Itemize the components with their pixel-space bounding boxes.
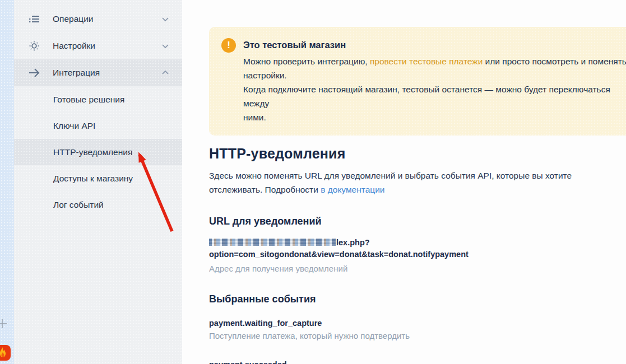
sidebar-item-event-log[interactable]: Лог событий xyxy=(14,192,182,218)
plus-icon xyxy=(0,318,8,332)
redacted-url-part xyxy=(209,239,336,246)
event-item: payment.waiting_for_capture Поступление … xyxy=(209,319,626,340)
sidebar-item-operations[interactable]: Операции xyxy=(14,6,182,32)
url-visible-suffix: lex.php? xyxy=(336,238,370,247)
banner-title: Это тестовый магазин xyxy=(243,36,626,50)
events-section: Выбранные события payment.waiting_for_ca… xyxy=(209,293,626,364)
event-description: Поступление платежа, который нужно подтв… xyxy=(209,331,626,340)
sidebar-subitem-label: Доступы к магазину xyxy=(53,174,133,184)
sidebar-item-settings[interactable]: Настройки xyxy=(14,32,182,59)
sidebar-subitem-label: Лог событий xyxy=(53,200,104,210)
test-shop-banner: ! Это тестовый магазин Можно проверить и… xyxy=(209,27,626,136)
banner-body: Можно проверить интеграцию, провести тес… xyxy=(243,54,626,124)
sidebar-item-label: Интеграция xyxy=(53,68,161,78)
main-content: ! Это тестовый магазин Можно проверить и… xyxy=(182,0,626,364)
sidebar-item-http-notifications[interactable]: HTTP-уведомления xyxy=(14,139,182,165)
event-name: payment.waiting_for_capture xyxy=(209,319,626,328)
documentation-link[interactable]: в документации xyxy=(321,185,384,194)
flame-icon[interactable] xyxy=(0,344,11,363)
chevron-up-icon xyxy=(161,68,170,77)
events-section-heading: Выбранные события xyxy=(209,293,626,305)
sidebar-subitem-label: Ключи API xyxy=(53,121,95,131)
sidebar-subitem-label: HTTP-уведомления xyxy=(53,147,132,157)
sidebar-item-label: Настройки xyxy=(53,41,161,51)
test-payments-link[interactable]: провести тестовые платежи xyxy=(370,57,483,66)
url-line-2: option=com_sitogondonat&view=donat&task=… xyxy=(209,249,626,260)
sidebar-item-integration[interactable]: Интеграция xyxy=(14,59,182,86)
chevron-down-icon xyxy=(161,41,170,50)
url-helper-text: Адрес для получения уведомлений xyxy=(209,263,626,274)
gear-icon xyxy=(27,39,41,53)
url-section-heading: URL для уведомлений xyxy=(209,216,626,227)
sidebar-item-api-keys[interactable]: Ключи API xyxy=(14,113,182,139)
arrow-right-icon xyxy=(27,66,41,80)
banner-text: или просто посмотреть и поменять настрой… xyxy=(243,57,626,122)
url-line-1: lex.php? xyxy=(209,237,626,249)
sidebar-item-label: Операции xyxy=(53,14,161,24)
list-icon xyxy=(27,12,41,26)
page-title: HTTP-уведомления xyxy=(209,146,626,162)
left-blue-strip xyxy=(0,0,14,364)
event-item: payment.succeeded Успешный платёж xyxy=(209,360,626,364)
sidebar: Операции Настройки Интеграци xyxy=(14,0,182,364)
event-name: payment.succeeded xyxy=(209,360,626,364)
sidebar-item-shop-access[interactable]: Доступы к магазину xyxy=(14,165,182,192)
warning-icon: ! xyxy=(221,38,236,53)
url-section: URL для уведомлений lex.php? option=com_… xyxy=(209,216,626,274)
banner-text: Можно проверить интеграцию, xyxy=(243,57,370,66)
sidebar-subitem-label: Готовые решения xyxy=(53,95,124,105)
page-description: Здесь можно поменять URL для уведомлений… xyxy=(209,169,626,197)
notification-url: lex.php? option=com_sitogondonat&view=do… xyxy=(209,237,626,274)
sidebar-item-ready-solutions[interactable]: Готовые решения xyxy=(14,86,182,113)
banner-content: Это тестовый магазин Можно проверить инт… xyxy=(243,36,626,124)
chevron-down-icon xyxy=(161,15,170,24)
description-text: Здесь можно поменять URL для уведомлений… xyxy=(209,171,572,194)
